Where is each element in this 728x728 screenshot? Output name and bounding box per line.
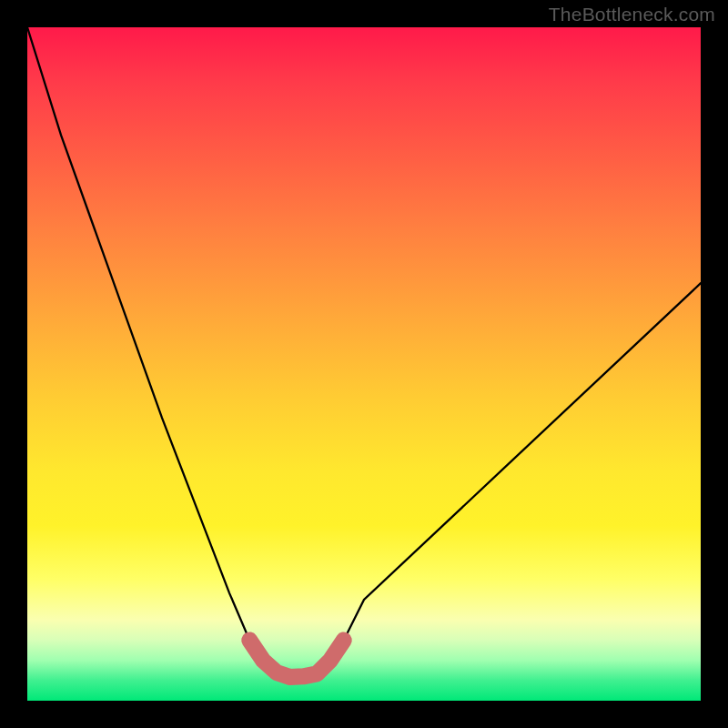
watermark-text: TheBottleneck.com bbox=[549, 4, 715, 25]
chart-plot-area bbox=[27, 27, 701, 701]
chart-svg bbox=[27, 27, 701, 701]
chart-line-curve bbox=[27, 27, 701, 677]
chart-bottom-marker bbox=[249, 640, 344, 677]
